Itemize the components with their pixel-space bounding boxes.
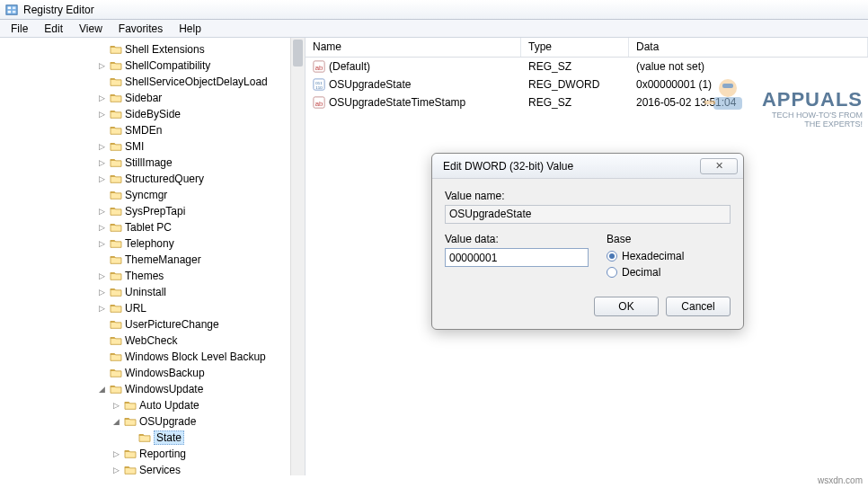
tree-item[interactable]: ▷Sidebar bbox=[0, 90, 305, 106]
tree-item-label: Syncmgr bbox=[125, 189, 167, 201]
value-data-input[interactable] bbox=[445, 248, 589, 267]
list-row[interactable]: ab(Default)REG_SZ(value not set) bbox=[306, 58, 868, 75]
tree-item[interactable]: ThemeManager bbox=[0, 252, 305, 268]
tree-item[interactable]: ShellServiceObjectDelayLoad bbox=[0, 74, 305, 90]
tree-item-label: Services bbox=[139, 464, 181, 475]
value-name: OSUpgradeStateTimeStamp bbox=[329, 96, 465, 109]
svg-rect-14 bbox=[713, 97, 742, 110]
svg-text:110: 110 bbox=[315, 85, 323, 90]
svg-rect-4 bbox=[13, 10, 16, 13]
expand-arrow-icon[interactable]: ▷ bbox=[97, 304, 107, 313]
expand-arrow-icon[interactable]: ▷ bbox=[97, 61, 107, 70]
menu-favorites[interactable]: Favorites bbox=[111, 21, 170, 37]
expand-arrow-icon[interactable]: ▷ bbox=[97, 174, 107, 183]
menu-file[interactable]: File bbox=[4, 21, 35, 37]
tree-item[interactable]: State bbox=[0, 430, 305, 446]
tree-item[interactable]: ▷Auto Update bbox=[0, 397, 305, 413]
menu-edit[interactable]: Edit bbox=[37, 21, 70, 37]
menu-view[interactable]: View bbox=[72, 21, 110, 37]
tree-item[interactable]: ▷StillImage bbox=[0, 155, 305, 171]
svg-rect-2 bbox=[8, 10, 12, 13]
tree-item[interactable]: ◢WindowsUpdate bbox=[0, 381, 305, 397]
tree-item[interactable]: WindowsBackup bbox=[0, 365, 305, 381]
tree-item[interactable]: WebCheck bbox=[0, 333, 305, 349]
radio-icon bbox=[607, 267, 617, 278]
expand-arrow-icon[interactable]: ▷ bbox=[111, 401, 121, 410]
radio-hexadecimal[interactable]: Hexadecimal bbox=[607, 248, 731, 264]
tree-item-label: State bbox=[154, 430, 184, 445]
expand-arrow-icon[interactable]: ▷ bbox=[97, 239, 107, 248]
col-data-header[interactable]: Data bbox=[629, 38, 868, 57]
tree-item-label: Sidebar bbox=[125, 92, 162, 104]
dialog-title: Edit DWORD (32-bit) Value bbox=[443, 160, 573, 173]
close-icon: ✕ bbox=[715, 160, 723, 172]
expand-arrow-icon[interactable]: ▷ bbox=[111, 449, 121, 458]
tree-item[interactable]: ▷Telephony bbox=[0, 235, 305, 252]
expand-arrow-icon[interactable]: ◢ bbox=[97, 385, 107, 394]
tree-item-label: SMI bbox=[125, 140, 144, 153]
window-title: Registry Editor bbox=[23, 4, 94, 16]
tree-item[interactable]: ◢OSUpgrade bbox=[0, 413, 305, 430]
svg-rect-3 bbox=[13, 6, 16, 9]
tree-item[interactable]: Shell Extensions bbox=[0, 41, 305, 58]
tree-item[interactable]: ▷Reporting bbox=[0, 446, 305, 462]
expand-arrow-icon[interactable]: ▷ bbox=[97, 223, 107, 232]
value-type: REG_DWORD bbox=[521, 78, 629, 91]
svg-rect-0 bbox=[6, 4, 17, 14]
tree-item-label: StillImage bbox=[125, 156, 173, 169]
tree-item[interactable]: Windows Block Level Backup bbox=[0, 349, 305, 365]
scroll-thumb[interactable] bbox=[293, 40, 303, 67]
tree-scrollbar[interactable] bbox=[290, 38, 305, 475]
tree-item-label: SysPrepTapi bbox=[125, 205, 185, 217]
ok-button[interactable]: OK bbox=[594, 297, 659, 316]
tree-item[interactable]: ▷ShellCompatibility bbox=[0, 58, 305, 74]
tree-item[interactable]: ▷Uninstall bbox=[0, 284, 305, 300]
cancel-button[interactable]: Cancel bbox=[666, 297, 731, 316]
tree-item[interactable]: ▷SideBySide bbox=[0, 106, 305, 122]
menubar: File Edit View Favorites Help bbox=[0, 20, 868, 38]
tree-item-label: SMDEn bbox=[125, 124, 162, 137]
tree-item[interactable]: ▷SysPrepTapi bbox=[0, 203, 305, 219]
tree-item-label: Tablet PC bbox=[125, 221, 172, 234]
tree-item-label: WindowsBackup bbox=[125, 367, 205, 379]
tree-item[interactable]: Syncmgr bbox=[0, 187, 305, 203]
svg-text:ab: ab bbox=[315, 100, 323, 108]
list-header: Name Type Data bbox=[306, 38, 868, 58]
tree-item[interactable]: ▷SMI bbox=[0, 138, 305, 155]
radio-decimal[interactable]: Decimal bbox=[607, 264, 731, 280]
expand-arrow-icon[interactable]: ◢ bbox=[111, 417, 121, 426]
tree-item[interactable]: UserPictureChange bbox=[0, 316, 305, 333]
tree-item-label: StructuredQuery bbox=[125, 173, 204, 185]
footer-attribution: wsxdn.com bbox=[0, 475, 868, 488]
tree-item-label: SideBySide bbox=[125, 108, 181, 120]
expand-arrow-icon[interactable]: ▷ bbox=[97, 207, 107, 216]
expand-arrow-icon[interactable]: ▷ bbox=[97, 271, 107, 280]
expand-arrow-icon[interactable]: ▷ bbox=[111, 466, 121, 475]
tree-item-label: OSUpgrade bbox=[139, 415, 196, 428]
col-name-header[interactable]: Name bbox=[306, 38, 521, 57]
col-type-header[interactable]: Type bbox=[521, 38, 629, 57]
dialog-titlebar[interactable]: Edit DWORD (32-bit) Value ✕ bbox=[432, 154, 743, 179]
tree-item-label: WebCheck bbox=[125, 334, 177, 347]
value-name-label: Value name: bbox=[445, 190, 731, 202]
expand-arrow-icon[interactable]: ▷ bbox=[97, 110, 107, 119]
watermark-brand: APPUALS TECH HOW-TO'S FROM THE EXPERTS! bbox=[762, 88, 863, 129]
tree-item[interactable]: ▷Services bbox=[0, 462, 305, 475]
expand-arrow-icon[interactable]: ▷ bbox=[97, 158, 107, 167]
tree-item-label: Reporting bbox=[139, 448, 186, 460]
expand-arrow-icon[interactable]: ▷ bbox=[97, 142, 107, 151]
registry-tree[interactable]: Shell Extensions▷ShellCompatibilityShell… bbox=[0, 38, 306, 475]
tree-item-label: WindowsUpdate bbox=[125, 383, 203, 395]
tree-item[interactable]: SMDEn bbox=[0, 122, 305, 138]
svg-rect-15 bbox=[704, 101, 715, 104]
tree-item[interactable]: ▷URL bbox=[0, 300, 305, 316]
dialog-close-button[interactable]: ✕ bbox=[700, 158, 738, 174]
tree-item[interactable]: ▷StructuredQuery bbox=[0, 171, 305, 187]
menu-help[interactable]: Help bbox=[172, 21, 208, 37]
tree-item[interactable]: ▷Tablet PC bbox=[0, 219, 305, 235]
expand-arrow-icon[interactable]: ▷ bbox=[97, 288, 107, 297]
value-data-label: Value data: bbox=[445, 233, 589, 245]
tree-item[interactable]: ▷Themes bbox=[0, 268, 305, 284]
expand-arrow-icon[interactable]: ▷ bbox=[97, 93, 107, 102]
value-type: REG_SZ bbox=[521, 60, 629, 73]
